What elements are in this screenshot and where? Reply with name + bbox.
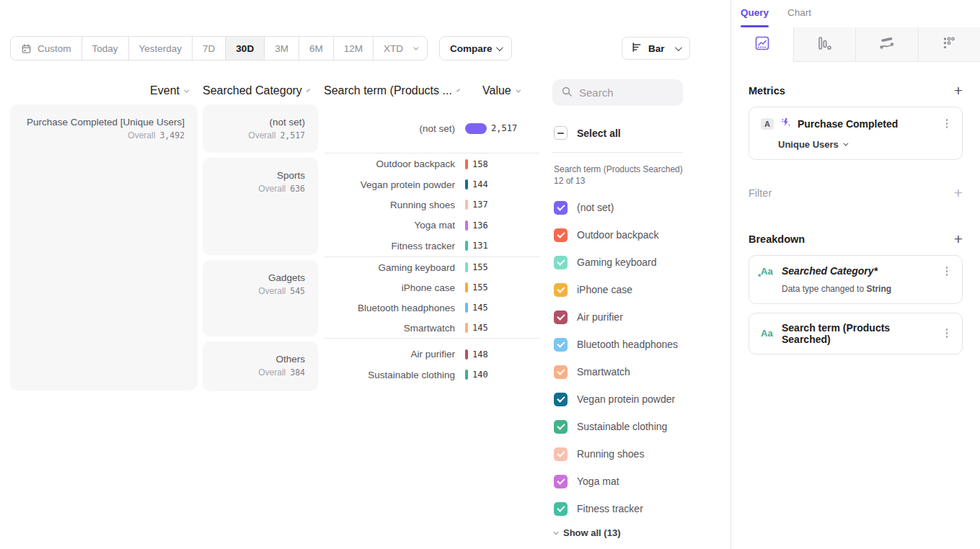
tab-query[interactable]: Query [741, 7, 769, 27]
legend-item[interactable]: iPhone case [554, 276, 678, 303]
column-header-searched-category[interactable]: Searched Category [203, 84, 308, 97]
date-range-6m[interactable]: 6M [299, 37, 333, 60]
term-row[interactable]: Fitness tracker131 [324, 236, 540, 256]
date-range-xtd[interactable]: XTD [373, 37, 427, 60]
chevron-down-icon [413, 45, 418, 50]
legend-item-label: Smartwatch [577, 366, 630, 378]
legend-item-label: Running shoes [577, 448, 644, 460]
breakdown-section-title: Breakdown [749, 233, 805, 245]
term-label: (not set) [324, 123, 465, 134]
chart-type-label: Bar [648, 43, 665, 54]
report-tab-insights[interactable] [731, 27, 793, 62]
chevron-down-icon [306, 88, 310, 92]
legend-item[interactable]: Vegan protein powder [554, 385, 678, 413]
legend-item[interactable]: Yoga mat [554, 468, 678, 495]
breakdown-menu-button[interactable] [943, 265, 951, 277]
breakdown-menu-button[interactable] [943, 327, 951, 339]
chevron-down-icon [674, 44, 681, 51]
value-bar [465, 159, 468, 169]
checked-checkbox-icon [554, 475, 568, 488]
term-label: Bluetooth headphones [324, 303, 465, 313]
legend-item[interactable]: Outdoor backpack [554, 221, 678, 249]
date-range-7d[interactable]: 7D [192, 37, 225, 60]
value-text: 140 [472, 370, 488, 380]
metric-menu-button[interactable] [943, 117, 951, 130]
legend-item[interactable]: Air purifier [554, 303, 678, 331]
value-bar [465, 282, 468, 293]
date-range-today[interactable]: Today [81, 37, 128, 60]
report-tab-flows[interactable] [855, 27, 918, 62]
term-row[interactable]: Smartwatch145 [324, 318, 540, 338]
flows-icon [878, 35, 896, 55]
legend-item[interactable]: Smartwatch [554, 358, 678, 385]
add-filter-button[interactable]: + [954, 188, 963, 198]
chart-type-dropdown[interactable]: Bar [622, 37, 690, 60]
add-metric-button[interactable]: + [954, 86, 963, 96]
term-row[interactable]: (not set)2,517 [324, 118, 540, 138]
column-header-event[interactable]: Event [10, 84, 187, 97]
filter-section-title: Filter [749, 187, 772, 199]
date-range-label: Custom [37, 43, 71, 54]
search-term-column: (not set)2,517Outdoor backpack158Vegan p… [324, 104, 540, 390]
checked-checkbox-icon [554, 338, 568, 352]
legend-item[interactable]: Bluetooth headphones [554, 331, 678, 358]
tab-chart[interactable]: Chart [787, 7, 811, 27]
breakdown-card-searched-category[interactable]: Aa Searched Category* Data type changed … [749, 255, 963, 304]
date-range-segmented-control: CustomTodayYesterday7D30D3M6M12MXTD [10, 36, 428, 61]
metric-card[interactable]: A Purchase Completed Unique Users [749, 107, 963, 160]
legend-item[interactable]: (not set) [554, 194, 678, 221]
column-header-label: Search term (Products ... [324, 84, 452, 97]
breakdown-card-search-term[interactable]: Aa Search term (Products Searched) [749, 313, 963, 354]
category-name: Others [203, 353, 305, 366]
value-bar [465, 370, 468, 380]
value-bar [465, 349, 468, 360]
term-row[interactable]: Running shoes137 [324, 195, 540, 215]
divider [552, 152, 683, 153]
funnel-bars-icon [816, 35, 833, 55]
add-breakdown-button[interactable]: + [954, 234, 963, 244]
date-range-12m[interactable]: 12M [333, 37, 373, 60]
show-all-button[interactable]: Show all (13) [554, 527, 620, 538]
column-header-search-term[interactable]: Search term (Products ... [324, 84, 458, 97]
date-range-label: 6M [309, 43, 323, 54]
chevron-down-icon [554, 530, 559, 535]
measure-dropdown[interactable]: Unique Users [761, 139, 950, 150]
term-row[interactable]: Yoga mat136 [324, 215, 540, 236]
value-text: 2,517 [491, 123, 517, 133]
search-input[interactable] [579, 86, 673, 99]
term-row[interactable]: iPhone case155 [324, 277, 540, 298]
select-all-checkbox[interactable]: Select all [554, 126, 621, 140]
value-bar [465, 220, 468, 231]
value-bar [465, 241, 468, 251]
legend-item[interactable]: Sustainable clothing [554, 413, 678, 440]
column-header-value[interactable]: Value [482, 84, 533, 97]
legend-item[interactable]: Running shoes [554, 440, 678, 468]
date-range-30d[interactable]: 30D [225, 37, 264, 60]
term-row[interactable]: Gaming keyboard155 [324, 257, 540, 277]
value-bar [465, 323, 468, 333]
compare-button[interactable]: Compare [439, 36, 513, 61]
term-row[interactable]: Vegan protein powder144 [324, 174, 540, 195]
query-builder-sidebar: Query Chart [730, 0, 980, 549]
value-text: 155 [472, 282, 488, 293]
date-range-3m[interactable]: 3M [264, 37, 299, 60]
event-overall-value: 3,492 [159, 130, 185, 140]
legend-item[interactable]: Gaming keyboard [554, 249, 678, 276]
term-row[interactable]: Outdoor backpack158 [324, 154, 540, 174]
report-tab-funnels[interactable] [793, 27, 856, 62]
legend-search-box[interactable] [552, 79, 683, 106]
category-name: Gadgets [203, 272, 305, 285]
term-row[interactable]: Bluetooth headphones145 [324, 298, 540, 318]
metric-event-name: Purchase Completed [798, 118, 937, 130]
term-row[interactable]: Sustainable clothing140 [324, 365, 540, 385]
string-property-icon: Aa [761, 266, 775, 277]
term-label: Air purifier [324, 349, 465, 360]
date-range-custom[interactable]: Custom [11, 37, 81, 60]
legend-item[interactable]: Fitness tracker [554, 495, 678, 522]
term-row[interactable]: Air purifier148 [324, 344, 540, 365]
value-text: 137 [472, 200, 488, 210]
report-tab-retention[interactable] [918, 27, 980, 62]
date-range-label: 30D [236, 43, 254, 54]
date-range-yesterday[interactable]: Yesterday [128, 37, 193, 60]
checked-checkbox-icon [554, 502, 568, 516]
